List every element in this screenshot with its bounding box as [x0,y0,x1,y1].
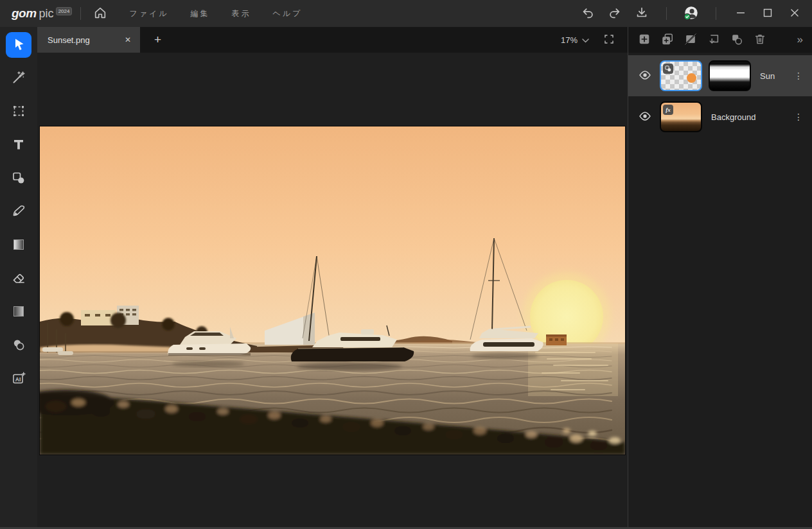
visibility-toggle[interactable] [637,110,653,125]
text-icon [11,137,26,154]
app-logo: gom pic 2024 [12,6,72,21]
tab-title: Sunset.png [48,35,122,45]
tab-sunset[interactable]: Sunset.png ✕ [37,27,140,53]
layer-row-background[interactable]: fx Background ⋮ [628,96,812,137]
blend-circles-icon [11,337,26,354]
fullscreen-icon [603,33,615,47]
fit-screen-button[interactable] [603,33,615,47]
download-button[interactable] [631,3,653,24]
magic-wand-icon [11,70,26,87]
editor-center: Sunset.png ✕ + 17% [37,27,628,529]
home-icon [93,6,107,22]
zoom-level: 17% [561,35,578,45]
tool-shape[interactable] [6,166,31,191]
tool-transform[interactable] [6,99,31,125]
account-avatar [683,4,700,23]
logo-pic: pic [39,7,54,21]
sunset-scene [40,126,625,455]
effects-badge: fx [663,105,673,115]
layer-row-sun[interactable]: Sun ⋮ [628,55,812,96]
layer-menu-button[interactable]: ⋮ [789,112,808,122]
zoom-dropdown[interactable]: 17% [557,35,593,46]
minimize-icon [734,6,748,22]
menu-help[interactable]: ヘルプ [265,4,310,23]
tool-adjust[interactable] [6,299,31,325]
menu-bar: ファイル 編集 表示 ヘルプ [121,4,310,23]
menu-edit[interactable]: 編集 [183,4,218,23]
main-area: AI Sunset.png ✕ + 17% [0,27,812,529]
merge-layer-button[interactable] [704,30,723,49]
layer-thumbnail-background[interactable]: fx [660,101,702,132]
layers-toolbar: » [628,27,812,53]
canvas-controls: 17% [557,33,628,47]
brush-icon [11,204,26,221]
undo-icon [581,6,595,22]
close-icon [788,6,802,22]
merge-shapes-icon [730,33,743,48]
ai-icon: AI [11,370,26,388]
redo-button[interactable] [604,3,626,24]
layer-menu-button[interactable]: ⋮ [789,71,808,81]
tool-eraser[interactable] [6,266,31,291]
canvas-well[interactable] [37,53,628,529]
layer-name: Background [711,112,782,122]
tab-close-button[interactable]: ✕ [122,34,134,46]
add-layer-button[interactable] [635,30,654,49]
maximize-button[interactable] [757,3,779,24]
titlebar-right [577,3,812,24]
new-tab-button[interactable]: + [150,32,165,48]
titlebar: gom pic 2024 ファイル 編集 表示 ヘルプ [0,0,812,27]
shape-layer-badge [663,64,673,74]
shape-icon [11,170,26,187]
merge-shapes-button[interactable] [727,30,746,49]
cursor-icon [11,37,26,54]
eye-icon [639,110,651,125]
layer-name: Sun [760,71,782,81]
canvas-image[interactable] [40,126,625,455]
app-window: gom pic 2024 ファイル 編集 表示 ヘルプ [0,0,812,529]
tool-rail: AI [0,27,37,529]
download-icon [635,6,649,22]
trash-icon [754,33,766,48]
menu-view[interactable]: 表示 [224,4,259,23]
layers-panel: » Sun ⋮ [628,27,812,529]
minimize-button[interactable] [730,3,752,24]
merge-layer-icon [707,33,720,48]
undo-button[interactable] [577,3,599,24]
tool-gradient[interactable] [6,232,31,258]
close-window-button[interactable] [784,3,806,24]
tool-ai[interactable]: AI [6,366,31,392]
tool-select[interactable] [6,32,31,58]
adjust-gradient-icon [11,304,26,321]
chevron-down-icon [582,35,589,45]
account-button[interactable] [680,3,702,24]
delete-layer-button[interactable] [750,30,770,49]
svg-text:AI: AI [15,376,21,382]
logo-gom: gom [12,6,37,21]
tool-brush[interactable] [6,199,31,225]
layer-thumbnail-sun[interactable] [660,60,702,91]
add-layer-icon [638,33,651,48]
tab-strip: Sunset.png ✕ + 17% [37,27,628,53]
disable-layer-button[interactable] [681,30,700,49]
eraser-icon [11,270,26,288]
disabled-layer-icon [684,33,697,48]
duplicate-layer-button[interactable] [658,30,677,49]
home-button[interactable] [89,3,111,24]
collapse-panel-button[interactable]: » [796,33,804,46]
tool-blend[interactable] [6,333,31,358]
maximize-icon [761,6,775,22]
tool-magic-wand[interactable] [6,65,31,91]
transform-icon [11,103,26,121]
gradient-icon [11,237,26,254]
divider [80,7,81,20]
logo-version-badge: 2024 [56,7,73,15]
sun-shape-preview [687,73,696,83]
menu-file[interactable]: ファイル [121,4,176,23]
redo-icon [608,6,622,22]
divider [716,7,716,20]
layer-mask-thumbnail[interactable] [709,60,751,91]
visibility-toggle[interactable] [637,69,653,83]
divider [666,7,667,20]
tool-text[interactable] [6,132,31,158]
